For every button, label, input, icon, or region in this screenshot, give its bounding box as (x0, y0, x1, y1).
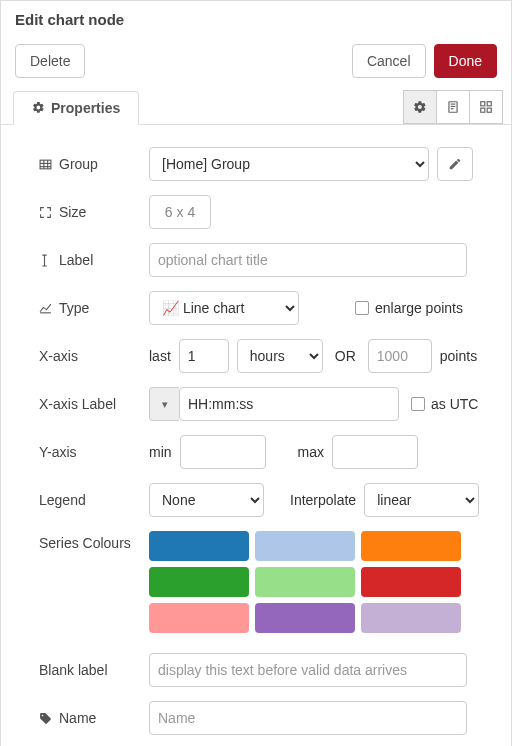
xaxis-label: X-axis (39, 348, 78, 364)
info-mode-icon[interactable] (436, 90, 470, 124)
tabs-bar: Properties (1, 90, 511, 125)
utc-checkbox[interactable]: as UTC (411, 396, 478, 412)
colour-swatch-6[interactable] (149, 603, 249, 633)
panel-header: Edit chart node (1, 0, 511, 36)
svg-rect-6 (481, 108, 485, 112)
expand-icon (39, 206, 53, 219)
row-blank-label: Blank label (39, 653, 493, 687)
group-label: Group (59, 156, 98, 172)
row-label: Label (39, 243, 493, 277)
size-label: Size (59, 204, 86, 220)
properties-form: Group [Home] Group Size 6 x 4 (1, 125, 511, 746)
colour-swatch-1[interactable] (255, 531, 355, 561)
xaxis-or: OR (335, 348, 356, 364)
table-icon (39, 159, 53, 170)
interpolate-select[interactable]: linear (364, 483, 479, 517)
enlarge-points-checkbox[interactable]: enlarge points (355, 300, 463, 316)
size-button[interactable]: 6 x 4 (149, 195, 211, 229)
xaxis-format-toggle[interactable]: ▾ (149, 387, 179, 421)
delete-button[interactable]: Delete (15, 44, 85, 78)
toolbar: Delete Cancel Done (1, 36, 511, 86)
row-group: Group [Home] Group (39, 147, 493, 181)
xaxis-label-input[interactable] (179, 387, 399, 421)
edit-chart-panel: Edit chart node Delete Cancel Done Prope… (0, 0, 512, 746)
row-legend: Legend None Interpolate linear (39, 483, 493, 517)
name-label: Name (59, 710, 96, 726)
pencil-icon (448, 157, 462, 171)
row-type: Type 📈 Line chart enlarge points (39, 291, 493, 325)
xaxis-points-suffix: points (440, 348, 477, 364)
svg-rect-5 (487, 102, 491, 106)
colour-swatch-2[interactable] (361, 531, 461, 561)
yaxis-min-input[interactable] (180, 435, 266, 469)
xaxis-number-input[interactable] (179, 339, 229, 373)
colour-swatch-8[interactable] (361, 603, 461, 633)
text-cursor-icon (39, 254, 53, 267)
properties-mode-icon[interactable] (403, 90, 437, 124)
legend-label: Legend (39, 492, 86, 508)
tab-icons (404, 90, 503, 124)
label-label: Label (59, 252, 93, 268)
done-button[interactable]: Done (434, 44, 497, 78)
panel-title: Edit chart node (15, 11, 124, 28)
colour-swatch-7[interactable] (255, 603, 355, 633)
label-input[interactable] (149, 243, 467, 277)
checkbox-icon (411, 397, 425, 411)
yaxis-max-input[interactable] (332, 435, 418, 469)
appearance-mode-icon[interactable] (469, 90, 503, 124)
row-yaxis: Y-axis min max (39, 435, 493, 469)
blank-label-label: Blank label (39, 662, 108, 678)
xaxis-unit-select[interactable]: hours (237, 339, 323, 373)
legend-select[interactable]: None (149, 483, 264, 517)
interpolate-label: Interpolate (290, 492, 356, 508)
colour-swatch-4[interactable] (255, 567, 355, 597)
svg-rect-4 (481, 102, 485, 106)
cancel-button[interactable]: Cancel (352, 44, 426, 78)
colour-swatch-0[interactable] (149, 531, 249, 561)
colour-swatch-5[interactable] (361, 567, 461, 597)
checkbox-icon (355, 301, 369, 315)
type-label: Type (59, 300, 89, 316)
name-input[interactable] (149, 701, 467, 735)
row-xaxis: X-axis last hours OR points (39, 339, 493, 373)
yaxis-label: Y-axis (39, 444, 77, 460)
enlarge-points-label: enlarge points (375, 300, 463, 316)
tag-icon (39, 712, 53, 725)
group-select[interactable]: [Home] Group (149, 147, 429, 181)
xaxis-points-input[interactable] (368, 339, 432, 373)
row-size: Size 6 x 4 (39, 195, 493, 229)
tab-properties-label: Properties (51, 100, 120, 116)
type-select[interactable]: 📈 Line chart (149, 291, 299, 325)
yaxis-max-label: max (298, 444, 324, 460)
yaxis-min-label: min (149, 444, 172, 460)
row-xaxis-label: X-axis Label ▾ as UTC (39, 387, 493, 421)
blank-label-input[interactable] (149, 653, 467, 687)
utc-label: as UTC (431, 396, 478, 412)
colour-swatch-3[interactable] (149, 567, 249, 597)
series-colours-label: Series Colours (39, 535, 131, 551)
xaxis-label-label: X-axis Label (39, 396, 116, 412)
colour-grid (149, 531, 461, 633)
svg-rect-7 (487, 108, 491, 112)
row-series-colours: Series Colours (39, 531, 493, 633)
gear-icon (32, 101, 45, 114)
xaxis-prefix: last (149, 348, 171, 364)
row-name: Name (39, 701, 493, 735)
caret-down-icon: ▾ (162, 398, 168, 411)
tab-properties[interactable]: Properties (13, 91, 139, 125)
edit-group-button[interactable] (437, 147, 473, 181)
chart-line-icon (39, 303, 53, 314)
svg-rect-8 (40, 160, 51, 169)
